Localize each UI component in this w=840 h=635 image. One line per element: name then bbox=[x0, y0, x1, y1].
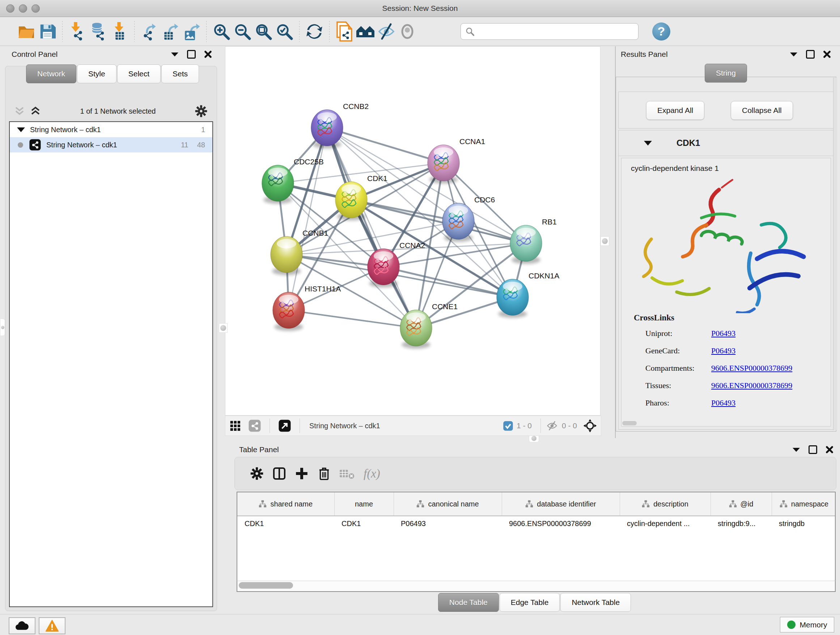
control-panel-float-button[interactable] bbox=[186, 49, 197, 60]
results-panel-close-button[interactable] bbox=[821, 49, 832, 60]
left-edge-grip[interactable] bbox=[0, 318, 5, 336]
network-edge[interactable] bbox=[327, 128, 444, 163]
hidden-eye-icon[interactable] bbox=[546, 420, 558, 431]
export-network-button[interactable] bbox=[139, 20, 160, 43]
tab-network[interactable]: Network bbox=[26, 65, 76, 83]
tab-style[interactable]: Style bbox=[77, 65, 117, 83]
import-network-from-file-button[interactable] bbox=[67, 20, 88, 43]
import-table-from-file-button[interactable] bbox=[109, 20, 130, 43]
network-edge[interactable] bbox=[384, 267, 513, 297]
results-panel-menu-button[interactable] bbox=[788, 49, 799, 60]
column-header-namespace[interactable]: namespace bbox=[772, 492, 836, 516]
protein-section-header[interactable]: CDK1 bbox=[619, 130, 834, 156]
open-session-button[interactable] bbox=[16, 20, 37, 43]
zoom-selected-button[interactable] bbox=[274, 20, 295, 43]
node-table[interactable]: shared namenamecanonical namedatabase id… bbox=[237, 492, 836, 582]
column-header-shared-name[interactable]: shared name bbox=[237, 492, 334, 516]
show-all-button[interactable] bbox=[397, 20, 418, 43]
search-field[interactable] bbox=[461, 23, 638, 40]
network-thumbnail-button[interactable] bbox=[245, 414, 264, 438]
refresh-view-button[interactable] bbox=[304, 20, 325, 43]
network-node-HIST1H1A[interactable]: HIST1H1A bbox=[273, 285, 341, 331]
network-node-CDKN1A[interactable]: CDKN1A bbox=[497, 272, 559, 318]
import-network-from-database-button[interactable] bbox=[88, 20, 109, 43]
network-canvas[interactable]: CCNB2CCNA1CDC25BCDK1CDC6RB1CCNB1CCNA2CDK… bbox=[225, 46, 600, 416]
zoom-in-button[interactable] bbox=[211, 20, 232, 43]
clone-network-button[interactable] bbox=[334, 20, 355, 43]
tab-select[interactable]: Select bbox=[117, 65, 161, 83]
control-panel-close-button[interactable] bbox=[202, 49, 213, 60]
network-edge[interactable] bbox=[327, 128, 416, 328]
expand-all-button[interactable]: Expand All bbox=[646, 101, 704, 120]
protein-collapse-icon[interactable] bbox=[644, 141, 652, 146]
column-header-canonical-name[interactable]: canonical name bbox=[393, 492, 502, 516]
network-node-CCNA1[interactable]: CCNA1 bbox=[428, 137, 485, 184]
crosslink-link[interactable]: P06493 bbox=[711, 398, 736, 408]
collection-expand-icon[interactable] bbox=[17, 127, 25, 132]
network-node-CCNB1[interactable]: CCNB1 bbox=[271, 229, 328, 275]
selected-checkbox-icon[interactable] bbox=[503, 421, 513, 431]
results-panel-scrollbar[interactable] bbox=[833, 78, 837, 430]
network-edge[interactable] bbox=[289, 310, 416, 328]
crosslink-link[interactable]: P06493 bbox=[711, 346, 736, 356]
table-row[interactable]: CDK1CDK1P064939606.ENSP00000378699cyclin… bbox=[237, 516, 836, 531]
network-graph[interactable]: CCNB2CCNA1CDC25BCDK1CDC6RB1CCNB1CCNA2CDK… bbox=[225, 47, 600, 415]
column-header-description[interactable]: description bbox=[620, 492, 711, 516]
table-cell[interactable]: stringdb bbox=[772, 516, 836, 531]
add-column-button[interactable] bbox=[291, 462, 313, 486]
control-panel-menu-button[interactable] bbox=[169, 49, 180, 60]
delete-column-button[interactable] bbox=[313, 462, 335, 486]
network-row[interactable]: String Network – cdk1 11 48 bbox=[10, 137, 212, 152]
crosslink-link[interactable]: 9606.ENSP00000378699 bbox=[711, 363, 792, 373]
first-neighbors-button[interactable] bbox=[355, 20, 376, 43]
tab-node-table[interactable]: Node Table bbox=[438, 593, 499, 612]
vertical-splitter-left-grip[interactable] bbox=[219, 323, 227, 333]
table-panel-float-button[interactable] bbox=[807, 444, 818, 455]
tab-sets[interactable]: Sets bbox=[161, 65, 199, 83]
hide-selected-button[interactable] bbox=[376, 20, 397, 43]
export-table-button[interactable] bbox=[160, 20, 181, 43]
tab-network-table[interactable]: Network Table bbox=[561, 593, 631, 612]
birds-eye-view-icon[interactable] bbox=[583, 418, 597, 433]
cloud-status-button[interactable] bbox=[9, 617, 35, 634]
show-columns-button[interactable] bbox=[268, 462, 291, 486]
search-input[interactable] bbox=[477, 27, 634, 36]
zoom-fit-button[interactable] bbox=[253, 20, 274, 43]
column-header-database-identifier[interactable]: database identifier bbox=[502, 492, 620, 516]
network-options-gear-icon[interactable] bbox=[195, 105, 207, 117]
column-header--id[interactable]: @id bbox=[711, 492, 772, 516]
vertical-splitter-right-grip[interactable] bbox=[600, 236, 609, 246]
warnings-button[interactable] bbox=[39, 617, 65, 634]
tab-edge-table[interactable]: Edge Table bbox=[500, 593, 560, 612]
table-panel-menu-button[interactable] bbox=[791, 444, 802, 455]
table-cell[interactable]: cyclin-dependent ... bbox=[620, 516, 711, 531]
table-cell[interactable]: P06493 bbox=[393, 516, 502, 531]
network-node-CCNB2[interactable]: CCNB2 bbox=[311, 102, 369, 149]
network-collection-row[interactable]: String Network – cdk1 1 bbox=[10, 122, 212, 137]
table-hscrollbar[interactable] bbox=[237, 581, 836, 592]
detach-view-button[interactable] bbox=[275, 414, 294, 438]
table-cell[interactable]: 9606.ENSP00000378699 bbox=[502, 516, 620, 531]
grid-view-button[interactable] bbox=[225, 414, 245, 438]
export-image-button[interactable] bbox=[181, 20, 202, 43]
collapse-all-button[interactable]: Collapse All bbox=[731, 101, 793, 120]
zoom-out-button[interactable] bbox=[232, 20, 253, 43]
table-panel-close-button[interactable] bbox=[824, 444, 835, 455]
table-cell[interactable]: CDK1 bbox=[237, 516, 334, 531]
crosslink-link[interactable]: 9606.ENSP00000378699 bbox=[711, 381, 792, 390]
table-settings-button[interactable] bbox=[246, 462, 268, 486]
table-cell[interactable]: stringdb:9... bbox=[711, 516, 772, 531]
results-hscroll-thumb[interactable] bbox=[622, 421, 637, 425]
crosslink-link[interactable]: P06493 bbox=[711, 329, 736, 338]
network-node-CDC6[interactable]: CDC6 bbox=[442, 195, 495, 242]
save-session-button[interactable] bbox=[37, 20, 58, 43]
column-header-name[interactable]: name bbox=[334, 492, 393, 516]
results-panel-float-button[interactable] bbox=[805, 49, 816, 60]
collapse-all-icon[interactable] bbox=[14, 106, 25, 117]
expand-all-icon[interactable] bbox=[30, 106, 41, 117]
tab-string[interactable]: String bbox=[705, 64, 747, 82]
memory-button[interactable]: Memory bbox=[780, 617, 834, 632]
network-edge[interactable] bbox=[289, 128, 327, 310]
table-cell[interactable]: CDK1 bbox=[334, 516, 393, 531]
table-hscroll-thumb[interactable] bbox=[239, 582, 293, 589]
